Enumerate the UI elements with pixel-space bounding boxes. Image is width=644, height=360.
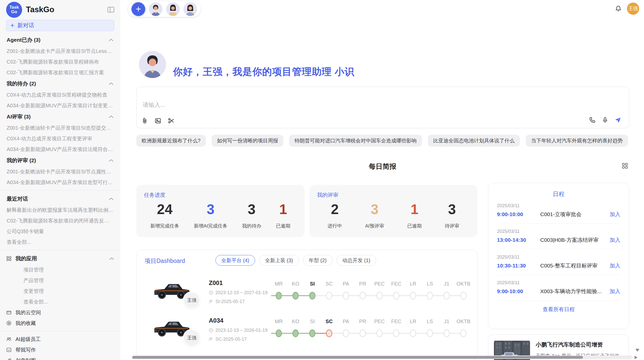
svg-text:PEC: PEC bbox=[374, 281, 385, 287]
sidebar-section-header[interactable]: Agent已办 (3) bbox=[0, 34, 120, 46]
sidebar-list-item[interactable]: C0X4-动力总成开发项目SI里程碑提交物检查 bbox=[0, 89, 120, 100]
sidebar-list-item[interactable]: A034-全新新能源MUV产品开发项目计划变更表编写 bbox=[0, 100, 120, 111]
chevron-up-icon[interactable] bbox=[109, 197, 114, 200]
svg-text:PEC: PEC bbox=[374, 319, 385, 324]
sidebar-section-header[interactable]: 我的待办 (2) bbox=[0, 78, 120, 89]
user-avatar[interactable]: 王强 bbox=[627, 3, 639, 15]
project-row[interactable]: 王强 A034 2023-12-19 ~ 2026-01-19 SC-2025-… bbox=[137, 316, 477, 343]
sidebar-item-cloud-space[interactable]: 我的云空间 bbox=[0, 307, 120, 318]
project-row[interactable]: 王强 Z001 2023-12-19 ~ 2027-01-19 SI-2025-… bbox=[137, 278, 477, 306]
sidebar-section-header[interactable]: 最近对话 bbox=[0, 193, 120, 205]
sidebar-list-item[interactable]: Z001-全新燃油轻卡产品开发项目SI造型提交物评审 bbox=[0, 123, 120, 133]
suggestion-chip[interactable]: 比亚迪全固态电池计划具体说了什么 bbox=[428, 135, 520, 147]
main-area: + 王强 你好，王强，我是你的项目管理助理 小识 bbox=[120, 0, 644, 360]
phone-icon[interactable] bbox=[589, 116, 596, 124]
sidebar-item-ai-staff[interactable]: AI超级员工 bbox=[0, 334, 120, 344]
agent-avatar-3[interactable] bbox=[183, 2, 197, 16]
chevron-up-icon[interactable] bbox=[109, 159, 114, 162]
sidebar-item-creative-draw[interactable]: 创意制图 bbox=[0, 355, 120, 360]
svg-text:PR: PR bbox=[359, 319, 366, 324]
sidebar-section-header[interactable]: 我的评审 (2) bbox=[0, 155, 120, 166]
sidebar-list-item[interactable]: A034-全新新能源MUV产品开发项目造型可行性评审 bbox=[0, 177, 120, 188]
sidebar-list-item[interactable]: 公司Q3轻卡销量 bbox=[0, 226, 120, 237]
horizontal-scrollbar-track[interactable] bbox=[131, 355, 632, 359]
assistant-avatar bbox=[139, 51, 166, 78]
sidebar-list-item[interactable]: C02-飞腾新能源轻客改款项目立项汇报方案 bbox=[0, 67, 120, 78]
dashboard-filter-tab[interactable]: 全新平台 (4) bbox=[215, 255, 255, 266]
dashboard-filter-tab[interactable]: 全新上装 (3) bbox=[259, 255, 299, 266]
scissors-icon[interactable] bbox=[168, 117, 175, 124]
sidebar-item-favorites[interactable]: 我的收藏 bbox=[0, 318, 120, 328]
schedule-event: 2025/03/11 10:30-11:30 C005-整车工程目标评审 加入 bbox=[497, 249, 620, 275]
chevron-up-icon[interactable] bbox=[109, 257, 114, 260]
dashboard-title: 项目Dashboard bbox=[145, 258, 185, 264]
grid-icon[interactable] bbox=[622, 162, 628, 169]
sidebar-list-item[interactable]: 解释最新出台的欧盟报废车法规再生塑料比例被调至15%... bbox=[0, 205, 120, 215]
owner-name: 王强 bbox=[187, 335, 196, 341]
chevron-up-icon[interactable] bbox=[109, 115, 114, 118]
chevron-up-icon[interactable] bbox=[109, 38, 114, 41]
sidebar-item-my-apps[interactable]: 我的应用 bbox=[0, 253, 120, 264]
project-dates: 2023-12-19 ~ 2026-01-19 bbox=[209, 328, 271, 333]
sidebar-sub-item[interactable]: 查看全部... bbox=[0, 296, 120, 307]
suggestion-chip[interactable]: 特朗普可能对进口汽车增税会对中国车企造成哪些影响 bbox=[289, 135, 422, 147]
sidebar-list-item[interactable]: A034-全新新能源MUV产品开发项目法规符合性评审 bbox=[0, 144, 120, 155]
event-row: 9:00-10:00 C001-立项审批会 加入 bbox=[497, 211, 620, 218]
suggestion-chip[interactable]: 欧洲新规最近颁布了什么? bbox=[136, 135, 206, 147]
event-join-link[interactable]: 加入 bbox=[610, 211, 620, 218]
horizontal-scrollbar-thumb[interactable] bbox=[132, 356, 583, 359]
sidebar-section-header[interactable]: AI评审 (3) bbox=[0, 111, 120, 123]
event-join-link[interactable]: 加入 bbox=[610, 236, 620, 244]
add-agent-button[interactable]: + bbox=[131, 2, 145, 16]
dashboard-filter-tab[interactable]: 动总开发 (1) bbox=[336, 255, 376, 266]
sidebar-list-item[interactable]: C02-飞腾新能源轻客改款项目的闭环通告反馈情况 bbox=[0, 215, 120, 226]
suggestion-chip[interactable]: 如何写一份清晰的项目周报 bbox=[212, 135, 283, 147]
sidebar-list-item[interactable]: 查看全部... bbox=[0, 237, 120, 247]
event-join-link[interactable]: 加入 bbox=[610, 288, 620, 295]
app-root: Task Go TaskGo + 新对话 Agent已办 (3) Z001-全新… bbox=[0, 0, 644, 360]
bell-icon[interactable] bbox=[615, 5, 622, 12]
agent-avatar-2[interactable] bbox=[166, 2, 180, 16]
stat-card: 任务进度 24 新增完成任务 3 新增AI完成任务 3 我的待办 1 已逾期 bbox=[136, 185, 304, 237]
new-chat-button[interactable]: + 新对话 bbox=[6, 20, 114, 31]
sidebar-list-item[interactable]: C0X4-动力总成开发项目工程变更评审 bbox=[0, 133, 120, 144]
scroll-down-arrow[interactable] bbox=[635, 349, 639, 352]
schedule-event: 2025/03/11 13:00-14:30 C003|H0B-方案冻结评审 加… bbox=[497, 224, 620, 249]
collapse-sidebar-icon[interactable] bbox=[108, 7, 114, 12]
stat-label: 已逾期 bbox=[407, 223, 422, 229]
stat-row: 24 新增完成任务 3 新增AI完成任务 3 我的待办 1 已逾期 bbox=[136, 201, 304, 229]
image-icon[interactable] bbox=[154, 117, 162, 124]
agent-avatar-1[interactable] bbox=[149, 2, 163, 16]
scroll-right-arrow[interactable] bbox=[635, 356, 637, 359]
sidebar-list-item[interactable]: Z001-全新燃油皮卡产品开发项目SI节点Lesson Learn报告 bbox=[0, 46, 120, 56]
schedule-events: 2025/03/11 9:00-10:00 C001-立项审批会 加入 2025… bbox=[488, 198, 629, 301]
event-join-link[interactable]: 加入 bbox=[610, 262, 620, 269]
chevron-up-icon[interactable] bbox=[109, 82, 114, 85]
stat-label: 待评审 bbox=[445, 223, 459, 229]
schedule-event: 2025/03/11 9:00-10:00 C001-立项审批会 加入 bbox=[497, 198, 620, 224]
sidebar-item-help-write[interactable]: 帮我写作 bbox=[0, 344, 120, 355]
send-icon[interactable] bbox=[614, 116, 622, 124]
recent-conversations: 最近对话 解释最新出台的欧盟报废车法规再生塑料比例被调至15%...C02-飞腾… bbox=[0, 193, 120, 247]
sidebar-list-item[interactable]: Z001-全新燃油轻卡产品开发项目SI节点属性5D文件评审 bbox=[0, 166, 120, 177]
my-apps-label: 我的应用 bbox=[16, 255, 37, 262]
view-all-schedule-link[interactable]: 查看所有日程 bbox=[488, 306, 629, 313]
milestone-track: MRKOSISCPAPRPECFECLRLSJ1OKTB bbox=[271, 316, 473, 343]
chat-input[interactable] bbox=[142, 101, 448, 109]
project-dates-text: 2023-12-19 ~ 2026-01-19 bbox=[215, 328, 268, 333]
mic-icon[interactable] bbox=[602, 116, 609, 124]
logo-line-2: Go bbox=[11, 10, 17, 14]
dashboard-filter-tab[interactable]: 年型 (2) bbox=[303, 255, 332, 266]
suggestion-chip[interactable]: 当下年轻人对汽车外观有怎样的喜好趋势 bbox=[526, 135, 628, 147]
suggestion-chips: 欧洲新规最近颁布了什么?如何写一份清晰的项目周报特朗普可能对进口汽车增税会对中国… bbox=[136, 135, 628, 147]
sidebar-sub-item[interactable]: 产品管理 bbox=[0, 275, 120, 286]
project-vehicle-image: 王强 bbox=[151, 279, 192, 305]
sidebar-sub-item[interactable]: 变更管理 bbox=[0, 286, 120, 296]
svg-text:J1: J1 bbox=[444, 281, 449, 287]
logo-line-1: Task bbox=[9, 5, 19, 10]
event-date: 2025/03/11 bbox=[497, 280, 620, 286]
paperclip-icon[interactable] bbox=[141, 117, 148, 124]
sidebar-list-item[interactable]: C02-飞腾新能源轻客改款项目里程碑画布 bbox=[0, 56, 120, 67]
sidebar-sub-item[interactable]: 项目管理 bbox=[0, 264, 120, 275]
star-badge-icon bbox=[6, 320, 12, 326]
